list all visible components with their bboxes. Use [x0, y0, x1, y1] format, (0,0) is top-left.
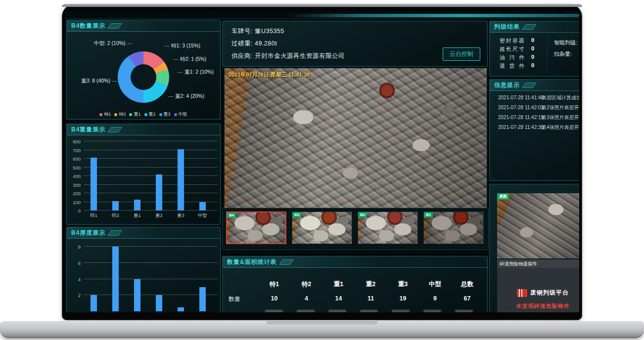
log-message: 第4张照片表层开 — [542, 125, 579, 130]
header-accent-line — [65, 18, 579, 19]
grading-item-label: 超长尺寸 — [500, 45, 524, 53]
panel-quantity-chart: B4数量展示 特1: 3 (15%)特2: 1 (5%)重1: 2 (10%)重… — [66, 20, 221, 120]
bar — [156, 174, 162, 211]
bar — [156, 295, 162, 311]
panel-grading-result: 判级结果 密封容器0超长尺寸0油污件0退货件0 智能判级:扣杂量: — [489, 21, 579, 77]
y-tick-label: 100 — [73, 199, 81, 205]
review-caption: 碎渣危险物遗留件 — [497, 259, 579, 268]
log-time: 2021-07-28 11:41:48 — [498, 95, 542, 100]
legend-label: 重1 — [134, 111, 140, 118]
y-tick-label: 200 — [73, 191, 81, 196]
log-entry: 2021-07-28 11:42:19第3张照片表层开 — [498, 114, 579, 121]
divider — [547, 36, 548, 75]
donut-hole — [131, 64, 156, 90]
gridline — [84, 202, 218, 202]
grading-right-label: 智能判级: — [554, 39, 577, 46]
camera-thumbnail[interactable]: B4 — [226, 212, 286, 244]
camera-thumbnail[interactable]: B2 — [358, 212, 418, 244]
original-photo[interactable]: 原图 — [497, 193, 579, 258]
bar — [91, 158, 97, 211]
table-header-cell: 重3 — [387, 280, 419, 289]
panel-thickness-chart: B4厚度展示 2468 — [66, 227, 221, 312]
gridline — [84, 158, 218, 159]
grading-item-value: 0 — [531, 45, 534, 53]
x-category-label: 特2 — [105, 212, 127, 219]
main-camera-photo[interactable]: 2021年07月28日 星期三 11:41:39 — [224, 68, 487, 209]
gridline — [84, 193, 218, 193]
legend-dot-icon — [114, 113, 117, 116]
thickness-bar-chart: 2468 — [84, 247, 218, 311]
panel-tab-decoration — [107, 230, 122, 236]
legend-dot-icon — [129, 113, 132, 116]
table-header-cell: 重1 — [322, 280, 355, 289]
panel-tab-decoration — [279, 259, 294, 265]
donut-slice-label: 重1: 2 (10%) — [178, 69, 214, 76]
original-photo-badge: 原图 — [497, 193, 509, 200]
donut-slice-label: 中型: 2 (10%) — [94, 40, 133, 47]
legend-label: 特2 — [119, 111, 126, 118]
table-cell: 11 — [355, 295, 387, 303]
grading-item-value: 0 — [531, 62, 534, 70]
donut-legend: 特1特2重1重2重3中型 — [67, 111, 220, 118]
table-header-cell: 特1 — [258, 280, 290, 289]
gridline — [84, 295, 218, 295]
table-header-cell: 中型 — [419, 280, 451, 289]
legend-dot-icon — [144, 113, 147, 116]
panel-tab-decoration — [107, 127, 122, 132]
legend-item: 特1 — [99, 111, 111, 118]
weigh-value: 49.280t — [255, 40, 277, 47]
table-cell: 19 — [387, 295, 419, 303]
panel-weight-chart: B4重量展示 0100200300400500600700800特1特2重1重2… — [66, 124, 221, 225]
bar — [199, 202, 206, 211]
laptop-lid-edge — [62, 4, 582, 7]
bar — [91, 295, 97, 311]
weigh-row: 过磅重: 49.280t — [231, 40, 277, 48]
bar — [112, 201, 119, 211]
laptop-screen: B4数量展示 特1: 3 (15%)特2: 1 (5%)重1: 2 (10%)重… — [62, 4, 582, 320]
grading-item-value: 0 — [531, 37, 534, 44]
table-corner-cell — [229, 280, 258, 289]
thumbnail-badge: B3 — [292, 212, 301, 217]
ptz-control-button[interactable]: 云台控制 — [443, 47, 480, 61]
y-tick-label: 300 — [73, 182, 81, 187]
panel-review: 原图 碎渣危险物遗留件 废钢判级平台 未发现碎渣危险物件 — [489, 184, 579, 312]
grading-item: 油污件0 — [500, 54, 534, 61]
panel-thickness-title: B4厚度展示 — [71, 229, 105, 237]
plate-value: 豫U35355 — [255, 28, 284, 35]
y-tick-label: 500 — [73, 165, 81, 170]
donut-slice-label: 重2: 4 (20%) — [168, 93, 204, 100]
x-category-label: 重3 — [170, 212, 192, 219]
thumbnail-badge: B2 — [358, 212, 367, 217]
weight-bar-chart: 0100200300400500600700800特1特2重1重2重3中型 — [84, 141, 218, 211]
log-time: 2021-07-28 11:42:30 — [498, 125, 542, 130]
y-tick-label: 700 — [73, 147, 81, 153]
table-header-row: 特1特2重1重2重3中型总数 — [229, 280, 483, 289]
gridline — [84, 210, 218, 211]
y-tick-label: 4 — [78, 276, 81, 282]
brand-name: 废钢判级平台 — [530, 289, 569, 297]
log-message: 表层区域计算成功 — [542, 95, 579, 100]
table-cell: 67 — [451, 295, 483, 303]
panel-vehicle-info: 车牌号: 豫U35355 过磅重: 49.280t 供应商: 开封市金火源再生资… — [222, 21, 488, 67]
panel-stats-table: 数量&面积统计表 特1特2重1重2重3中型总数数量104141119967 — [222, 256, 488, 312]
panel-table-title: 数量&面积统计表 — [227, 258, 277, 266]
panel-weight-title: B4重量展示 — [71, 126, 105, 134]
table-header-cell: 特2 — [290, 280, 322, 289]
grading-item-label: 油污件 — [500, 54, 524, 61]
plate-row: 车牌号: 豫U35355 — [231, 27, 284, 36]
camera-thumbnail[interactable]: B1 — [423, 212, 484, 244]
grading-item: 超长尺寸0 — [500, 45, 534, 53]
log-message: 第3张照片表层开 — [542, 115, 579, 120]
table-row-clipped — [229, 310, 483, 312]
x-category-label: 重1 — [127, 212, 148, 219]
panel-grading-title: 判级结果 — [494, 23, 520, 31]
log-time: 2021-07-28 11:42:19 — [498, 115, 542, 120]
thumbnail-strip: B4B3B2B1 — [222, 208, 489, 250]
camera-thumbnail[interactable]: B3 — [292, 212, 352, 244]
table-cell: 9 — [419, 295, 451, 303]
donut-slice-label: 特1: 3 (15%) — [164, 42, 200, 49]
table-header-cell: 重2 — [355, 280, 387, 289]
gridline — [84, 150, 218, 150]
table-row-label: 数量 — [229, 295, 258, 303]
supplier-row: 供应商: 开封市金火源再生资源有限公司 — [231, 52, 345, 60]
